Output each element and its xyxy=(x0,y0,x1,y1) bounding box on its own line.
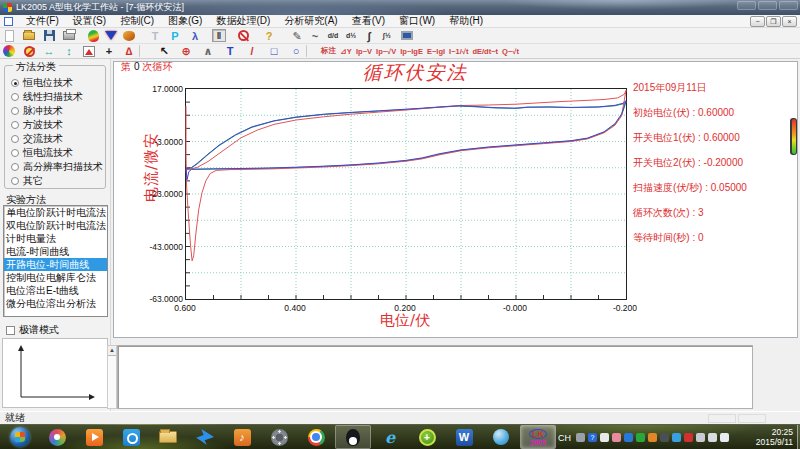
menu-item-7[interactable]: 窗口(W) xyxy=(392,14,442,28)
tray-shield-icon[interactable] xyxy=(624,433,633,442)
app-kugou-music[interactable]: ♪ xyxy=(224,425,260,449)
experiment-listbox[interactable]: 单电位阶跃计时电流法双电位阶跃计时电流法计时电量法电流-时间曲线开路电位-时间曲… xyxy=(3,205,108,317)
monitor-icon[interactable] xyxy=(400,29,414,43)
mdi-minimize-button[interactable]: − xyxy=(750,16,765,27)
axis-button[interactable]: ⊿Y xyxy=(339,44,353,58)
v-arrows-icon[interactable]: ↕ xyxy=(62,44,76,58)
scroll-up-icon[interactable]: ▲ xyxy=(108,346,116,356)
mdi-close-button[interactable]: × xyxy=(782,16,797,27)
pause-icon[interactable]: ‖ xyxy=(212,29,226,43)
sidebar-radio-2[interactable]: 脉冲技术 xyxy=(11,104,105,118)
down-triangle-icon[interactable] xyxy=(104,29,118,43)
i-invsqrtt-button[interactable]: I~1/√t xyxy=(448,44,469,58)
mdi-restore-button[interactable]: ❐ xyxy=(766,16,781,27)
wave-icon[interactable]: ~ xyxy=(308,29,322,43)
dedt-button[interactable]: dE/dt~t xyxy=(471,44,499,58)
tray-dot-icon[interactable] xyxy=(600,433,609,442)
app-thunder-bird[interactable] xyxy=(187,425,223,449)
menu-item-1[interactable]: 设置(S) xyxy=(66,14,113,28)
app-film-reel[interactable] xyxy=(261,425,297,449)
text-t-icon[interactable]: T xyxy=(148,29,162,43)
cursor-arrow-icon[interactable]: ↖ xyxy=(157,44,171,58)
level-indicator[interactable] xyxy=(790,118,797,155)
tray-qq-icon[interactable] xyxy=(612,433,621,442)
line-tool-icon[interactable]: / xyxy=(245,44,259,58)
experiment-item-5[interactable]: 控制电位电解库仑法 xyxy=(4,271,107,284)
app-ie[interactable]: e xyxy=(372,425,408,449)
tray-green-icon[interactable] xyxy=(636,433,645,442)
half-derivative-icon[interactable]: d½ xyxy=(344,29,358,43)
menu-item-3[interactable]: 图象(G) xyxy=(161,14,209,28)
tray-speaker-red-icon[interactable] xyxy=(684,433,693,442)
app-pptv[interactable] xyxy=(76,425,112,449)
app-colorful-circles[interactable] xyxy=(39,425,75,449)
menu-item-5[interactable]: 分析研究(A) xyxy=(277,14,344,28)
open-folder-icon[interactable] xyxy=(22,29,36,43)
tray-help-icon[interactable]: ? xyxy=(588,433,597,442)
app-chrome[interactable] xyxy=(298,425,334,449)
ip-v-button[interactable]: Ip~V xyxy=(355,44,373,58)
app-qq-penguin[interactable] xyxy=(335,425,371,449)
app-blue-drop[interactable] xyxy=(483,425,519,449)
fox-icon[interactable] xyxy=(122,29,136,43)
sidebar-radio-1[interactable]: 线性扫描技术 xyxy=(11,90,105,104)
running-man-icon[interactable]: λ xyxy=(188,29,202,43)
app-lk2005[interactable]: LK2005 xyxy=(520,425,556,449)
app-explorer[interactable] xyxy=(150,425,186,449)
experiment-item-7[interactable]: 微分电位溶出分析法 xyxy=(4,297,107,310)
flag-p-icon[interactable]: P xyxy=(168,29,182,43)
sidebar-radio-0[interactable]: 恒电位技术 xyxy=(11,76,105,90)
slash-circle-icon[interactable] xyxy=(22,44,36,58)
experiment-item-1[interactable]: 双电位阶跃计时电流法 xyxy=(4,219,107,232)
pen-icon[interactable]: ✎ xyxy=(290,29,304,43)
polarography-checkbox-row[interactable]: 极谱模式 xyxy=(6,323,59,337)
help-icon[interactable]: ? xyxy=(262,29,276,43)
tray-desktop-icon[interactable] xyxy=(576,433,585,442)
app-360-shield[interactable]: + xyxy=(409,425,445,449)
tray-volume-icon[interactable] xyxy=(720,433,729,442)
crosshair-icon[interactable]: + xyxy=(102,44,116,58)
h-arrows-icon[interactable]: ↔ xyxy=(42,44,56,58)
menu-item-4[interactable]: 数据处理(D) xyxy=(209,14,277,28)
sidebar-radio-3[interactable]: 方波技术 xyxy=(11,118,105,132)
sidebar-radio-7[interactable]: 其它 xyxy=(11,174,105,188)
chart-marker-icon[interactable] xyxy=(82,44,96,58)
annotate-button[interactable]: 标注 xyxy=(320,44,337,58)
peak-curve-icon[interactable]: ∧ xyxy=(201,44,215,58)
menu-item-8[interactable]: 帮助(H) xyxy=(442,14,490,28)
zoom-circle-icon[interactable]: ⊕ xyxy=(179,44,193,58)
integral-icon[interactable]: ∫ xyxy=(362,29,376,43)
menu-item-2[interactable]: 控制(C) xyxy=(113,14,161,28)
menu-item-0[interactable]: 文件(F) xyxy=(19,14,66,28)
save-floppy-icon[interactable] xyxy=(42,29,56,43)
app-blue-key[interactable] xyxy=(113,425,149,449)
tray-monitor-icon[interactable] xyxy=(660,433,669,442)
q-sqrtt-button[interactable]: Q~√t xyxy=(501,44,520,58)
start-button[interactable] xyxy=(2,425,38,449)
palette-star-icon[interactable] xyxy=(2,44,16,58)
tray-orange-icon[interactable] xyxy=(648,433,657,442)
tray-clipboard-icon[interactable] xyxy=(696,433,705,442)
sidebar-radio-4[interactable]: 交流技术 xyxy=(11,132,105,146)
checkbox-box[interactable] xyxy=(6,326,15,335)
rooster-icon[interactable] xyxy=(86,29,100,43)
printer-icon[interactable] xyxy=(62,29,76,43)
ip-lge-button[interactable]: Ip~lgE xyxy=(399,44,424,58)
sidebar-radio-5[interactable]: 恒电流技术 xyxy=(11,146,105,160)
ellipse-tool-icon[interactable]: ○ xyxy=(289,44,303,58)
maximize-button[interactable] xyxy=(758,1,777,10)
results-text-panel[interactable] xyxy=(117,345,753,409)
derivative-icon[interactable]: d/d xyxy=(326,29,340,43)
experiment-item-6[interactable]: 电位溶出E-t曲线 xyxy=(4,284,107,297)
experiment-item-3[interactable]: 电流-时间曲线 xyxy=(4,245,107,258)
peak-marker-icon[interactable]: ∆ xyxy=(122,44,136,58)
text-tool-icon[interactable]: T xyxy=(223,44,237,58)
experiment-item-2[interactable]: 计时电量法 xyxy=(4,232,107,245)
ip-sqrtv-button[interactable]: Ip~√V xyxy=(375,44,397,58)
experiment-item-0[interactable]: 单电位阶跃计时电流法 xyxy=(4,206,107,219)
tray-signal-icon[interactable] xyxy=(708,433,717,442)
clock[interactable]: 20:25 2015/9/11 xyxy=(745,427,793,447)
e-lgi-button[interactable]: E~lgI xyxy=(426,44,446,58)
menu-item-6[interactable]: 查看(V) xyxy=(345,14,392,28)
language-indicator[interactable]: CH xyxy=(558,433,571,443)
